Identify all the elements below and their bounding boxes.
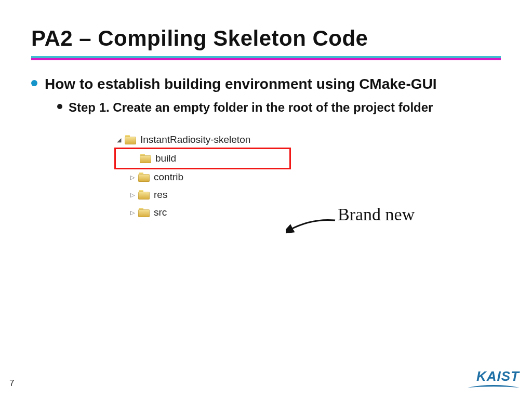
arrow-icon	[286, 217, 338, 238]
logo-swoosh-icon	[468, 384, 520, 390]
folder-icon	[138, 190, 150, 200]
slide-title: PA2 – Compiling Skeleton Code	[31, 26, 501, 51]
tree-child-label: build	[155, 153, 176, 164]
tree-child-contrib: ▷ contrib	[114, 168, 291, 186]
page-number: 7	[9, 378, 14, 389]
tree-root-row: ◢ InstantRadiosity-skeleton	[114, 131, 291, 149]
tree-child-label: res	[154, 189, 167, 201]
expand-closed-icon: ▷	[130, 192, 135, 198]
bullet-dot-icon	[31, 80, 37, 86]
tree-child-build: build	[114, 148, 291, 169]
bullet1-text: How to establish building environment us…	[45, 75, 437, 93]
expand-open-icon: ◢	[116, 137, 122, 143]
expand-closed-icon: ▷	[130, 209, 135, 216]
kaist-logo: KAIST	[468, 370, 520, 392]
bullet-level2: Step 1. Create an empty folder in the ro…	[57, 99, 501, 115]
bullet2-text: Step 1. Create an empty folder in the ro…	[69, 99, 433, 115]
logo-text: KAIST	[468, 370, 520, 382]
divider-rule	[31, 56, 501, 60]
tree-child-label: src	[154, 207, 167, 218]
tree-root-label: InstantRadiosity-skeleton	[140, 134, 250, 145]
annotation-text: Brand new	[338, 205, 415, 224]
folder-icon	[138, 208, 150, 217]
bullet-level1: How to establish building environment us…	[31, 75, 501, 93]
folder-tree: ◢ InstantRadiosity-skeleton build ▷ cont…	[114, 131, 291, 221]
tree-child-src: ▷ src	[114, 204, 291, 221]
bullet-dot-small-icon	[57, 104, 62, 109]
expand-closed-icon: ▷	[130, 174, 135, 181]
folder-icon	[125, 135, 136, 144]
folder-icon	[138, 172, 150, 182]
folder-icon	[140, 154, 151, 163]
tree-child-res: ▷ res	[114, 186, 291, 204]
tree-child-label: contrib	[154, 171, 183, 183]
